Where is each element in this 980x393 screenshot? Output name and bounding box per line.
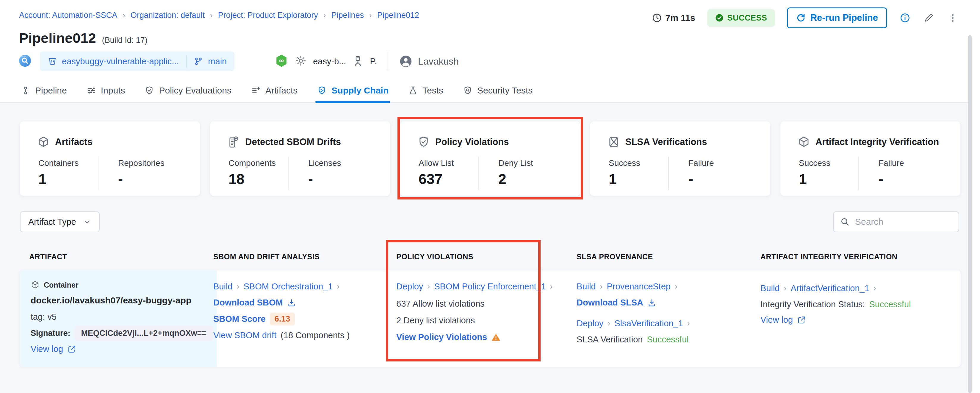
- branch-name[interactable]: main: [208, 57, 227, 66]
- breadcrumb-pipeline012[interactable]: Pipeline012: [377, 11, 419, 20]
- chevron-right-icon: ›: [210, 11, 213, 20]
- deny-list-violations: 2 Deny list violations: [396, 316, 475, 326]
- supply-chain-page: Account: Automation-SSCA › Organization:…: [0, 0, 980, 393]
- step-link[interactable]: SlsaVerification_1: [614, 319, 683, 328]
- execution-meta: easybuggy-vulnerable-applic... main ∞ ea…: [18, 51, 459, 72]
- artifact-type-select[interactable]: Artifact Type: [20, 211, 100, 232]
- chevron-right-icon: ›: [427, 282, 430, 291]
- breadcrumb-account[interactable]: Account: Automation-SSCA: [19, 11, 117, 20]
- chevron-right-icon: ›: [873, 284, 876, 293]
- stat-divider: [98, 157, 99, 190]
- container-cube-icon: [31, 280, 40, 289]
- package-icon: [798, 136, 810, 148]
- stat-label: Components: [229, 158, 276, 168]
- tab-tests[interactable]: Tests: [408, 78, 443, 102]
- status-text: SUCCESS: [727, 13, 767, 22]
- list-plus-icon: [251, 86, 261, 95]
- stat-label: Success: [609, 158, 640, 168]
- supply-chain-shield-icon: [317, 86, 327, 95]
- header-actions: 7m 11s SUCCESS Re-run Pipeline: [652, 7, 959, 29]
- slsa-verification-status: SLSA Verification Successful: [577, 335, 689, 345]
- stat-label: Allow List: [418, 158, 454, 168]
- stage-link[interactable]: Build: [760, 283, 780, 293]
- download-sbom[interactable]: Download SBOM: [213, 298, 296, 308]
- stage-link[interactable]: Build: [577, 282, 596, 291]
- artifact-view-log[interactable]: View log: [31, 344, 76, 354]
- trigger-env-short: P.: [370, 57, 377, 66]
- breadcrumb-project[interactable]: Project: Product Exploratory: [218, 11, 318, 20]
- integrity-view-log[interactable]: View log: [760, 315, 806, 325]
- stage-link[interactable]: Build: [213, 282, 233, 291]
- policy-step-breadcrumb: Deploy › SBOM Policy Enforcement_1 ›: [396, 282, 553, 291]
- repo-branch-pill[interactable]: easybuggy-vulnerable-applic... main: [40, 51, 234, 71]
- gear-icon: [295, 55, 306, 67]
- breadcrumb-organization[interactable]: Organization: default: [130, 11, 205, 20]
- scrollbar-gutter: [972, 0, 980, 393]
- view-sbom-drift[interactable]: View SBOM drift (18 Components ): [213, 331, 350, 340]
- view-policy-violations[interactable]: View Policy Violations: [396, 332, 501, 342]
- download-icon: [648, 298, 656, 307]
- tab-label: Pipeline: [35, 85, 67, 96]
- stage-link[interactable]: Deploy: [577, 319, 603, 328]
- artifact-type: Container: [31, 280, 78, 289]
- artifact-table-row: Container docker.io/lavakush07/easy-bugg…: [20, 270, 961, 367]
- chevron-right-icon: ›: [600, 282, 603, 291]
- stat-value: 2: [498, 171, 506, 187]
- search-box: [833, 211, 959, 232]
- tab-artifacts[interactable]: Artifacts: [251, 78, 298, 102]
- stat-divider: [478, 157, 479, 190]
- column-header-integrity: ARTIFACT INTEGRITY VERIFICATION: [760, 252, 897, 261]
- tab-policy-evaluations[interactable]: Policy Evaluations: [145, 78, 231, 102]
- signature-value[interactable]: MEQCICde2Vjl...L+2+mqnOXw==: [75, 326, 213, 341]
- status-successful: Successful: [869, 300, 911, 309]
- info-icon[interactable]: [899, 12, 911, 24]
- external-link-icon: [797, 316, 806, 324]
- tab-inputs[interactable]: Inputs: [87, 78, 125, 102]
- download-slsa[interactable]: Download SLSA: [577, 298, 656, 308]
- check-circle-icon: [715, 13, 724, 22]
- title-row: Pipeline012 (Build Id: 17): [19, 30, 148, 46]
- stat-label: Containers: [38, 158, 78, 168]
- pill-divider: [186, 55, 186, 67]
- external-link-icon: [67, 345, 76, 354]
- stat-divider: [668, 157, 669, 190]
- warning-triangle-icon: [491, 332, 501, 342]
- edit-pencil-icon[interactable]: [923, 12, 935, 24]
- search-input[interactable]: [855, 217, 950, 227]
- card-title: SLSA Verifications: [625, 137, 707, 147]
- stat-label: Repositories: [118, 158, 164, 168]
- stage-link[interactable]: Deploy: [396, 282, 423, 291]
- triggered-by-user: Lavakush: [399, 54, 459, 68]
- drift-component-count: (18 Components ): [280, 331, 350, 340]
- search-icon: [840, 217, 850, 227]
- step-link[interactable]: SBOM Policy Enforcement_1: [434, 282, 546, 291]
- stat-value: 1: [609, 171, 617, 187]
- rerun-pipeline-button[interactable]: Re-run Pipeline: [787, 8, 887, 28]
- shield-check-icon: [145, 86, 154, 95]
- card-sbom-drifts: Detected SBOM Drifts Components Licenses…: [210, 121, 390, 196]
- stat-value: -: [878, 171, 883, 187]
- tab-supply-chain[interactable]: Supply Chain: [317, 78, 388, 102]
- repo-name[interactable]: easybuggy-vulnerable-applic...: [62, 57, 179, 66]
- shield-check-icon: [417, 136, 430, 148]
- step-link[interactable]: ProvenanceStep: [607, 282, 671, 291]
- integrity-verification-status: Integrity Verification Status: Successfu…: [760, 300, 911, 309]
- tab-label: Supply Chain: [331, 85, 388, 96]
- tab-security-tests[interactable]: Security Tests: [463, 78, 533, 102]
- tab-label: Security Tests: [477, 85, 533, 96]
- more-options-icon[interactable]: [947, 12, 959, 24]
- slsa-verification-breadcrumb: Deploy › SlsaVerification_1 ›: [577, 319, 690, 328]
- vertical-scrollbar[interactable]: [968, 35, 972, 393]
- stat-label: Failure: [878, 158, 904, 168]
- card-artifact-integrity: Artifact Integrity Verification Success …: [780, 121, 960, 196]
- branch-icon: [194, 57, 203, 66]
- stat-label: Deny List: [498, 158, 533, 168]
- sbom-score[interactable]: SBOM Score 6.13: [213, 313, 295, 326]
- step-link[interactable]: ArtifactVerification_1: [791, 283, 869, 293]
- sbom-step-breadcrumb: Build › SBOM Orchestration_1 ›: [213, 282, 339, 291]
- tab-label: Tests: [422, 85, 443, 96]
- tab-pipeline[interactable]: Pipeline: [21, 78, 67, 102]
- step-link[interactable]: SBOM Orchestration_1: [243, 282, 333, 291]
- artifact-type-text: Container: [44, 281, 78, 289]
- breadcrumb-pipelines[interactable]: Pipelines: [331, 11, 364, 20]
